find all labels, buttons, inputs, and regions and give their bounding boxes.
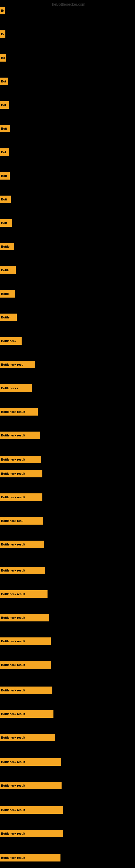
bar-item: Bottleneck result xyxy=(0,614,49,621)
bar-label: Bottleneck result xyxy=(1,808,25,812)
bar-label: Bottleneck result xyxy=(1,640,25,643)
bar-item: Bottleneck result xyxy=(0,408,38,415)
bar-item: Bo xyxy=(0,54,6,62)
bar-item: Bottleneck result xyxy=(0,470,42,477)
bar-item: Bottleneck resu xyxy=(0,361,35,368)
site-title: TheBottlenecker.com xyxy=(50,2,85,6)
bar-label: Bo xyxy=(1,33,4,36)
bar-label: Bottleneck xyxy=(1,339,16,343)
bar-item: Bot xyxy=(0,148,9,156)
bar-item: Bottleneck result xyxy=(0,638,51,645)
bar-item: Bottle xyxy=(0,290,15,298)
bar-label: Bottleneck result xyxy=(1,569,25,572)
bar-label: Bot xyxy=(1,103,6,106)
bar-item: Bottleneck resu xyxy=(0,517,43,525)
bar-label: Bott xyxy=(1,127,7,130)
bar-label: Bottleneck result xyxy=(1,856,25,859)
bar-item: Bott xyxy=(0,172,10,180)
bar-label: Bott xyxy=(1,174,7,177)
bar-label: Bottleneck result xyxy=(1,592,25,596)
bar-label: Bottleneck result xyxy=(1,663,25,666)
bar-label: Bo xyxy=(1,56,5,59)
bar-label: Bottleneck r xyxy=(1,386,18,390)
bar-label: Bottlen xyxy=(1,316,11,319)
bar-item: Bottleneck result xyxy=(0,540,44,548)
bar-item: Bottleneck result xyxy=(0,854,60,862)
bar-item: Bo xyxy=(0,7,5,14)
bar-item: Bottleneck result xyxy=(0,710,53,718)
bar-label: Bott xyxy=(1,221,7,225)
bar-item: Bottleneck result xyxy=(0,782,61,789)
bar-label: Bottle xyxy=(1,292,9,296)
bar-label: Bottleneck resu xyxy=(1,363,24,366)
bar-label: Bottle xyxy=(1,245,9,248)
bar-item: Bottleneck result xyxy=(0,567,45,574)
bar-label: Bot xyxy=(1,151,6,154)
bar-item: Bottleneck result xyxy=(0,830,63,837)
bar-label: Bottleneck result xyxy=(1,434,25,437)
bar-item: Bottlen xyxy=(0,267,16,274)
bar-label: Bottleneck result xyxy=(1,832,25,835)
bar-label: Bottleneck result xyxy=(1,784,25,787)
bar-item: Bottle xyxy=(0,243,14,250)
bar-item: Bott xyxy=(0,195,11,203)
bar-label: Bottleneck result xyxy=(1,736,25,739)
bar-item: Bottleneck result xyxy=(0,806,63,814)
bar-item: Bottleneck result xyxy=(0,734,55,741)
bar-item: Bottleneck result xyxy=(0,456,41,463)
bar-label: Bo xyxy=(1,9,4,12)
bar-item: Bo xyxy=(0,30,5,38)
bar-item: Bot xyxy=(0,78,8,85)
bar-item: Bottleneck result xyxy=(0,686,52,694)
bar-label: Bottleneck result xyxy=(1,712,25,716)
bar-label: Bottleneck result xyxy=(1,689,25,692)
bar-label: Bottleneck result xyxy=(1,616,25,619)
bar-item: Bott xyxy=(0,219,12,227)
bar-label: Bottleneck resu xyxy=(1,519,24,522)
bar-label: Bot xyxy=(1,80,6,83)
bar-item: Bottleneck result xyxy=(0,432,40,439)
bar-label: Bottleneck result xyxy=(1,458,25,461)
bar-item: Bot xyxy=(0,101,9,109)
bar-item: Bottleneck result xyxy=(0,493,42,501)
bar-label: Bottlen xyxy=(1,269,11,272)
bar-item: Bottleneck r xyxy=(0,384,32,392)
bar-item: Bottleneck result xyxy=(0,590,48,598)
bar-label: Bottleneck result xyxy=(1,410,25,413)
bar-label: Bott xyxy=(1,198,7,201)
bar-label: Bottleneck result xyxy=(1,496,25,499)
bar-label: Bottleneck result xyxy=(1,472,25,475)
bar-label: Bottleneck result xyxy=(1,760,25,764)
bar-item: Bottleneck xyxy=(0,337,21,345)
bar-item: Bottleneck result xyxy=(0,758,61,766)
bar-label: Bottleneck result xyxy=(1,543,25,546)
bar-item: Bott xyxy=(0,125,10,132)
bar-item: Bottlen xyxy=(0,314,17,321)
bar-item: Bottleneck result xyxy=(0,661,51,669)
